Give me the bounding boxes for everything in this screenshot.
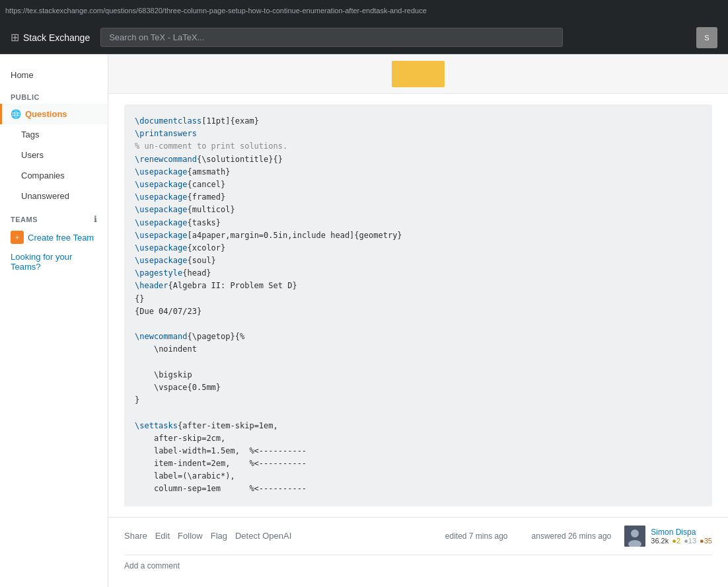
url-text: https://tex.stackexchange.com/questions/… [5,7,427,15]
home-label: Home [11,70,34,80]
answered-text: answered 26 mins ago [532,531,612,541]
action-bar: Share Edit Follow Flag Detect OpenAI edi… [108,517,728,555]
search-bar-container [100,28,563,47]
add-comment-area: Add a comment [108,555,728,576]
questions-label: Questions [25,109,67,119]
follow-link[interactable]: Follow [178,531,203,541]
create-team-item[interactable]: + Create free Team [0,227,108,248]
question-image [392,61,445,87]
flag-link[interactable]: Flag [211,531,227,541]
header: ⊞ Stack Exchange S [0,21,728,54]
page-layout: Home PUBLIC 🌐 Questions Tags Users Compa… [0,54,728,587]
create-free-team-link[interactable]: Create free Team [28,233,94,243]
code-block[interactable]: \documentclass[11pt]{exam} \printanswers… [124,104,712,506]
detect-openai-link[interactable]: Detect OpenAI [235,531,291,541]
avatar-image [624,526,645,547]
user-details: Simon Dispa 36.2k ●2 ●13 ●35 [651,528,712,545]
tags-label: Tags [21,130,39,139]
rep-value: 36.2k [651,537,669,545]
user-reputation: 36.2k ●2 ●13 ●35 [651,537,712,545]
user-avatar [624,526,645,547]
answered-info: answered 26 mins ago [532,531,612,541]
sidebar: Home PUBLIC 🌐 Questions Tags Users Compa… [0,54,108,587]
teams-section-header: TEAMS ℹ [0,206,108,227]
svg-point-1 [631,529,639,537]
image-area [108,54,728,94]
sidebar-item-unanswered[interactable]: Unanswered [0,186,108,206]
edited-info: edited 7 mins ago [445,531,508,541]
url-bar: https://tex.stackexchange.com/questions/… [0,0,728,21]
info-icon[interactable]: ℹ [94,214,97,224]
user-avatar-header[interactable]: S [696,27,717,48]
share-link[interactable]: Share [124,531,147,541]
search-input[interactable] [100,28,563,47]
bronze-badge: ●35 [700,537,712,545]
globe-icon: 🌐 [11,109,21,119]
sidebar-item-users[interactable]: Users [0,145,108,165]
sidebar-item-questions[interactable]: 🌐 Questions [0,104,108,124]
sidebar-item-companies[interactable]: Companies [0,165,108,186]
companies-label: Companies [21,171,65,180]
sidebar-item-home[interactable]: Home [0,65,108,85]
users-label: Users [21,150,44,160]
sidebar-item-tags[interactable]: Tags [0,124,108,145]
public-section-label: PUBLIC [0,85,108,104]
stack-exchange-icon: ⊞ [11,31,19,44]
user-card: Simon Dispa 36.2k ●2 ●13 ●35 [624,526,712,547]
teams-section-label: TEAMS [11,215,38,223]
create-team-icon: + [11,231,24,244]
silver-badge: ●13 [684,537,696,545]
unanswered-label: Unanswered [21,191,69,201]
edited-text: edited 7 mins ago [445,531,508,541]
gold-badge: ●2 [672,537,680,545]
header-avatar: S [696,27,717,48]
logo-area[interactable]: ⊞ Stack Exchange [11,31,90,44]
add-comment-link[interactable]: Add a comment [124,561,180,570]
edit-link[interactable]: Edit [155,531,170,541]
logo-text: Stack Exchange [23,32,90,43]
looking-for-teams-link[interactable]: Looking for your Teams? [0,248,108,276]
main-content: \documentclass[11pt]{exam} \printanswers… [108,54,728,587]
code-block-container: \documentclass[11pt]{exam} \printanswers… [108,94,728,517]
team-plus-symbol: + [15,233,19,241]
user-name[interactable]: Simon Dispa [651,528,712,537]
